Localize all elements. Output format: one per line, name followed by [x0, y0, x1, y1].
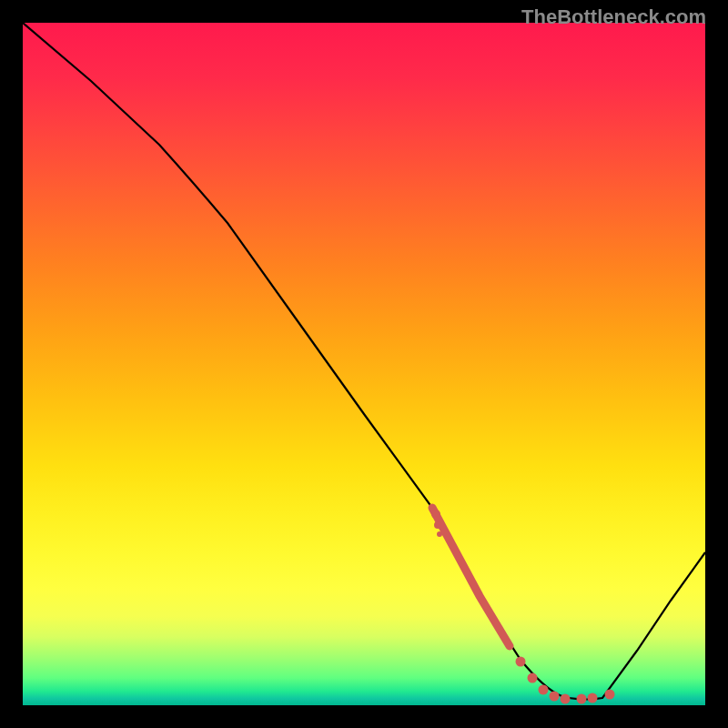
svg-point-4	[528, 673, 538, 683]
svg-point-2	[437, 531, 442, 537]
watermark-text: TheBottleneck.com	[521, 5, 706, 29]
svg-point-0	[431, 510, 440, 519]
svg-point-8	[577, 694, 587, 704]
plot-area	[23, 23, 705, 705]
highlight-segment	[431, 508, 615, 704]
chart-svg	[23, 23, 705, 705]
bottleneck-curve-line	[23, 23, 705, 700]
svg-point-10	[605, 690, 615, 700]
svg-point-3	[516, 657, 526, 667]
svg-point-5	[539, 685, 549, 695]
svg-point-6	[550, 692, 560, 702]
svg-point-9	[588, 693, 598, 703]
svg-point-7	[561, 694, 571, 704]
svg-point-1	[434, 521, 441, 529]
